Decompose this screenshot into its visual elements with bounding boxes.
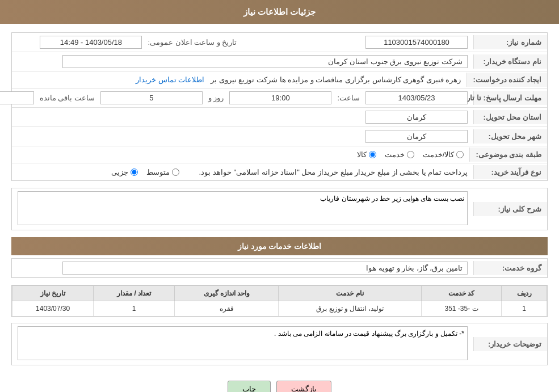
province-label: استان محل تحویل: [473, 110, 547, 124]
need-number-label: شماره نیاز: [473, 35, 547, 49]
category-label-khedmat: خدمت [385, 150, 405, 159]
cell-quantity: 1 [94, 301, 175, 317]
purchase-type-note: پرداخت تمام یا بخشی از مبلغ خریدار مبلغ … [199, 168, 468, 176]
service-group-cell: تامین برق، گاز، بخار و تهویه هوا [12, 259, 473, 277]
deadline-label: مهلت ارسال پاسخ: تا تاریخ: [473, 91, 547, 105]
category-option-kala-khedmat: کالا/خدمت [423, 150, 464, 159]
cell-service-code: ت -35- 351 [421, 301, 501, 317]
service-group-label: گروه خدمت: [473, 261, 547, 275]
buyer-name-cell: شرکت توزیع نیروی برق جنوب استان کرمان [12, 52, 473, 71]
purchase-type-radio-group: پرداخت تمام یا بخشی از مبلغ خریدار مبلغ … [18, 168, 468, 176]
creator-cell: زهره فنبری گوهری کارشناس برگزاری مناقصات… [12, 73, 466, 87]
category-radio-kala-khedmat[interactable] [456, 151, 464, 158]
buyer-notes-row: توضیحات خریدار: [12, 323, 547, 365]
need-number-row: شماره نیاز: 1103001574000180 تاریخ و ساع… [12, 33, 547, 52]
service-group-row: گروه خدمت: تامین برق، گاز، بخار و تهویه … [12, 259, 547, 277]
description-textarea[interactable] [18, 191, 468, 225]
description-row: شرح کلی نیاز: [12, 188, 547, 230]
description-section: شرح کلی نیاز: [11, 188, 548, 230]
category-radio-group: کالا/خدمت خدمت کالا [18, 150, 464, 159]
category-row: طبقه بندی موضوعی: کالا/خدمت خدمت [12, 146, 547, 163]
need-number-value: 1103001574000180 [365, 36, 468, 49]
buyer-name-value: شرکت توزیع نیروی برق جنوب استان کرمان [62, 55, 468, 68]
city-value: کرمان [365, 130, 468, 143]
deadline-time-area: 1403/05/23 ساعت: 19:00 روز و 5 ساعت باقی… [0, 88, 473, 107]
purchase-type-radio-jozii[interactable] [131, 168, 138, 176]
purchase-type-option-motavaset: متوسط [146, 168, 179, 176]
city-row: شهر محل تحویل: کرمان [12, 127, 547, 146]
purchase-type-row: نوع فرآیند خرید: پرداخت تمام یا بخشی از … [12, 163, 547, 180]
creator-row: ایجاد کننده درخواست: زهره فنبری گوهری کا… [12, 71, 547, 88]
category-cell: کالا/خدمت خدمت کالا [12, 147, 469, 162]
buyer-name-label: نام دستگاه خریدار: [473, 54, 547, 69]
print-button[interactable]: چاپ [228, 381, 271, 392]
deadline-days-label: روز و [208, 94, 224, 102]
col-quantity: تعداد / مقدار [94, 286, 175, 301]
purchase-type-cell: پرداخت تمام یا بخشی از مبلغ خریدار مبلغ … [12, 165, 473, 179]
cell-rownum: 1 [502, 301, 547, 317]
services-section-title: اطلاعات خدمات مورد نیاز [11, 237, 548, 255]
category-label-kala-khedmat: کالا/خدمت [423, 150, 455, 159]
page-title: جزئیات اطلاعات نیاز [243, 7, 316, 16]
table-row: 1 ت -35- 351 تولید، انتقال و توزیع برق ف… [12, 301, 547, 317]
col-unit: واحد اندازه گیری [175, 286, 279, 301]
category-option-khedmat: خدمت [385, 150, 414, 159]
category-label: طبقه بندی موضوعی: [469, 147, 547, 162]
col-rownum: ردیف [502, 286, 547, 301]
back-button[interactable]: بازگشت [276, 381, 331, 392]
creator-label: ایجاد کننده درخواست: [466, 73, 547, 87]
category-label-kala: کالا [357, 150, 367, 159]
province-row: استان محل تحویل: کرمان [12, 108, 547, 127]
buyer-name-row: نام دستگاه خریدار: شرکت توزیع نیروی برق … [12, 52, 547, 71]
need-number-cell: 1103001574000180 [243, 33, 474, 52]
col-service-name: نام خدمت [279, 286, 421, 301]
table-header-row: ردیف کد خدمت نام خدمت واحد اندازه گیری ت… [12, 286, 547, 301]
col-date: تاریخ نیاز [12, 286, 94, 301]
page-header: جزئیات اطلاعات نیاز [0, 0, 559, 24]
province-cell: کرمان [12, 108, 473, 127]
deadline-row: مهلت ارسال پاسخ: تا تاریخ: 1403/05/23 سا… [12, 88, 547, 108]
description-cell [12, 188, 473, 230]
creator-link[interactable]: اطلاعات تماس خریدار [136, 75, 204, 84]
province-value: کرمان [365, 111, 468, 124]
announcement-date-value: 1403/05/18 - 14:49 [40, 36, 142, 49]
purchase-type-label: نوع فرآیند خرید: [473, 165, 547, 179]
purchase-type-label-motavaset: متوسط [146, 168, 170, 176]
buyer-notes-cell [12, 323, 473, 365]
cell-date: 1403/07/30 [12, 301, 94, 317]
purchase-type-radio-motavaset[interactable] [172, 168, 179, 176]
deadline-time-label: ساعت: [337, 94, 360, 102]
deadline-days-value: 5 [100, 91, 203, 104]
remaining-label: ساعت باقی مانده [40, 94, 95, 102]
bottom-buttons-area: بازگشت چاپ [11, 372, 548, 392]
buyer-notes-section: توضیحات خریدار: [11, 323, 548, 365]
deadline-time-value: 19:00 [229, 91, 331, 104]
cell-service-name: تولید، انتقال و توزیع برق [279, 301, 421, 317]
deadline-date-value: 1403/05/23 [365, 91, 468, 104]
col-service-code: کد خدمت [421, 286, 501, 301]
services-table-section: ردیف کد خدمت نام خدمت واحد اندازه گیری ت… [11, 285, 548, 317]
creator-value: زهره فنبری گوهری کارشناس برگزاری مناقصات… [211, 75, 461, 84]
city-cell: کرمان [12, 127, 473, 146]
services-table: ردیف کد خدمت نام خدمت واحد اندازه گیری ت… [12, 285, 547, 317]
announcement-date-area: تاریخ و ساعت اعلان عمومی: 1403/05/18 - 1… [12, 33, 243, 52]
cell-unit: فقره [175, 301, 279, 317]
category-radio-khedmat[interactable] [407, 151, 414, 158]
service-group-value: تامین برق، گاز، بخار و تهویه هوا [62, 262, 468, 275]
buyer-notes-textarea[interactable] [18, 326, 468, 360]
city-label: شهر محل تحویل: [473, 129, 547, 144]
description-label: شرح کلی نیاز: [473, 202, 547, 216]
category-option-kala: کالا [357, 150, 376, 159]
category-radio-kala[interactable] [369, 151, 376, 158]
main-info-section: شماره نیاز: 1103001574000180 تاریخ و ساع… [11, 32, 548, 181]
announcement-date-label: تاریخ و ساعت اعلان عمومی: [148, 38, 237, 47]
purchase-type-label-jozii: جزیی [111, 168, 128, 176]
buyer-notes-label: توضیحات خریدار: [473, 337, 547, 351]
remaining-time-value: 04:01:10 [0, 91, 34, 104]
services-info-section: گروه خدمت: تامین برق، گاز، بخار و تهویه … [11, 258, 548, 278]
purchase-type-option-jozii: جزیی [111, 168, 138, 176]
